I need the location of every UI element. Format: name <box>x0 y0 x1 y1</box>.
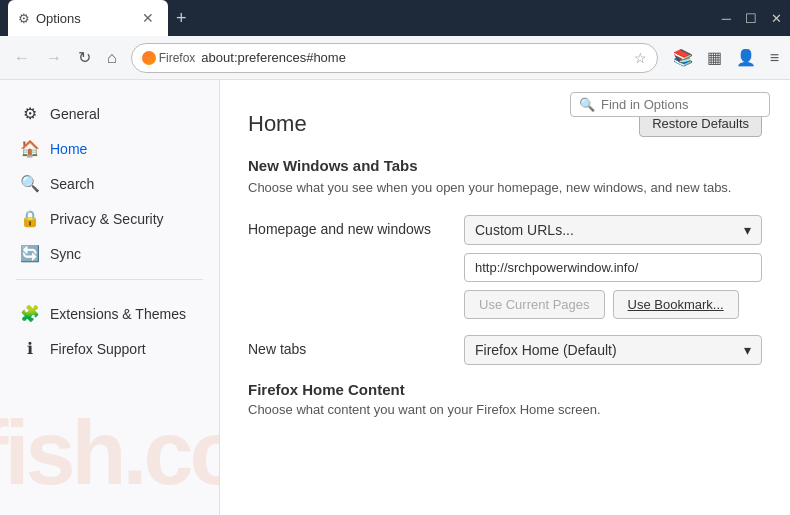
new-tab-button[interactable]: + <box>168 0 195 36</box>
section1-title: New Windows and Tabs <box>248 157 762 174</box>
sidebar-item-extensions-label: Extensions & Themes <box>50 306 186 322</box>
newtabs-dropdown-arrow-icon: ▾ <box>744 342 751 358</box>
back-button[interactable]: ← <box>8 45 36 71</box>
sidebar-item-search[interactable]: 🔍 Search <box>0 166 219 201</box>
sidebar-divider <box>16 279 203 280</box>
bookmark-star-icon[interactable]: ☆ <box>634 50 647 66</box>
profile-icon[interactable]: 👤 <box>733 45 759 70</box>
forward-button[interactable]: → <box>40 45 68 71</box>
newtabs-control: Firefox Home (Default) ▾ <box>464 335 762 365</box>
sidebar-item-home-label: Home <box>50 141 87 157</box>
newtabs-dropdown-value: Firefox Home (Default) <box>475 342 617 358</box>
homepage-dropdown-value: Custom URLs... <box>475 222 574 238</box>
find-input-container[interactable]: 🔍 <box>570 92 770 117</box>
window-controls: ─ ☐ ✕ <box>722 11 782 26</box>
sidebar-item-general[interactable]: ⚙ General <box>0 96 219 131</box>
homepage-setting-row: Homepage and new windows Custom URLs... … <box>248 215 762 319</box>
newtabs-setting-row: New tabs Firefox Home (Default) ▾ <box>248 335 762 365</box>
homepage-url-input[interactable] <box>464 253 762 282</box>
close-button[interactable]: ✕ <box>771 11 782 26</box>
toolbar-icons: 📚 ▦ 👤 ≡ <box>670 45 782 70</box>
tab-close-button[interactable]: ✕ <box>138 8 158 28</box>
section2-title: Firefox Home Content <box>248 381 762 398</box>
newtabs-label: New tabs <box>248 335 448 357</box>
lock-icon: 🔒 <box>20 209 40 228</box>
firefox-icon <box>142 51 156 65</box>
sidebar-item-support[interactable]: ℹ Firefox Support <box>0 331 219 366</box>
homepage-btn-row: Use Current Pages Use Bookmark... <box>464 290 762 319</box>
find-bar: 🔍 <box>570 92 770 117</box>
sidebar-item-home[interactable]: 🏠 Home <box>0 131 219 166</box>
reload-button[interactable]: ↻ <box>72 44 97 71</box>
library-icon[interactable]: 📚 <box>670 45 696 70</box>
title-bar: ⚙ Options ✕ + ─ ☐ ✕ <box>0 0 790 36</box>
support-icon: ℹ <box>20 339 40 358</box>
active-tab[interactable]: ⚙ Options ✕ <box>8 0 168 36</box>
sidebar-item-extensions[interactable]: 🧩 Extensions & Themes <box>0 296 219 331</box>
sidebar: ⚙ General 🏠 Home 🔍 Search 🔒 Privacy & Se… <box>0 80 220 515</box>
use-bookmark-button[interactable]: Use Bookmark... <box>613 290 739 319</box>
address-text: about:preferences#home <box>201 50 627 65</box>
sidebar-item-sync[interactable]: 🔄 Sync <box>0 236 219 271</box>
home-button[interactable]: ⌂ <box>101 45 123 71</box>
firefox-badge: Firefox <box>142 51 196 65</box>
find-input[interactable] <box>601 97 769 112</box>
address-bar[interactable]: Firefox about:preferences#home ☆ <box>131 43 658 73</box>
home-icon: 🏠 <box>20 139 40 158</box>
nav-bar: ← → ↻ ⌂ Firefox about:preferences#home ☆… <box>0 36 790 80</box>
sidebar-item-support-label: Firefox Support <box>50 341 146 357</box>
tab-title: Options <box>36 11 132 26</box>
general-icon: ⚙ <box>20 104 40 123</box>
minimize-button[interactable]: ─ <box>722 11 731 26</box>
sidebar-item-sync-label: Sync <box>50 246 81 262</box>
search-icon: 🔍 <box>20 174 40 193</box>
sidebar-watermark: fish.co <box>0 402 220 505</box>
tab-bar: ⚙ Options ✕ + <box>8 0 722 36</box>
content-area: 🔍 Home Restore Defaults New Windows and … <box>220 80 790 515</box>
section-firefox-home-content: Firefox Home Content Choose what content… <box>248 381 762 417</box>
newtabs-dropdown[interactable]: Firefox Home (Default) ▾ <box>464 335 762 365</box>
homepage-control: Custom URLs... ▾ Use Current Pages Use B… <box>464 215 762 319</box>
page-title: Home <box>248 111 307 137</box>
section2-description: Choose what content you want on your Fir… <box>248 402 762 417</box>
main-layout: ⚙ General 🏠 Home 🔍 Search 🔒 Privacy & Se… <box>0 80 790 515</box>
use-current-pages-button[interactable]: Use Current Pages <box>464 290 605 319</box>
sidebar-item-privacy-label: Privacy & Security <box>50 211 164 227</box>
restore-button[interactable]: ☐ <box>745 11 757 26</box>
homepage-dropdown[interactable]: Custom URLs... ▾ <box>464 215 762 245</box>
section-new-windows-tabs: New Windows and Tabs Choose what you see… <box>248 157 762 195</box>
sidebar-item-search-label: Search <box>50 176 94 192</box>
menu-icon[interactable]: ≡ <box>767 46 782 70</box>
browser-label: Firefox <box>159 51 196 65</box>
tab-icon: ⚙ <box>18 11 30 26</box>
extensions-icon: 🧩 <box>20 304 40 323</box>
section1-description: Choose what you see when you open your h… <box>248 180 762 195</box>
sidebar-toggle-icon[interactable]: ▦ <box>704 45 725 70</box>
sidebar-item-privacy[interactable]: 🔒 Privacy & Security <box>0 201 219 236</box>
sync-icon: 🔄 <box>20 244 40 263</box>
dropdown-arrow-icon: ▾ <box>744 222 751 238</box>
homepage-label: Homepage and new windows <box>248 215 448 237</box>
find-icon: 🔍 <box>579 97 595 112</box>
sidebar-item-general-label: General <box>50 106 100 122</box>
sidebar-bottom: 🧩 Extensions & Themes ℹ Firefox Support <box>0 296 219 366</box>
